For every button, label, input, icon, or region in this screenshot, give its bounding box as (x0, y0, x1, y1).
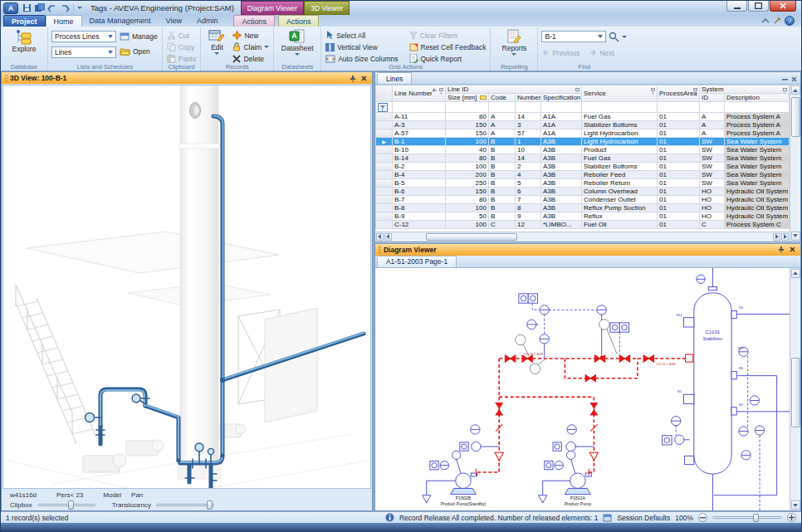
3d-viewport[interactable] (2, 85, 371, 489)
cell[interactable]: Sea Water System (724, 146, 789, 154)
cell[interactable]: 40 (445, 146, 488, 154)
highlighted-line-b1[interactable] (476, 359, 685, 472)
cell[interactable]: B-4 (392, 171, 445, 179)
pin-icon[interactable] (348, 74, 357, 83)
cell[interactable]: 80 (445, 196, 488, 204)
zoom-slider-thumb[interactable] (753, 514, 759, 522)
cell[interactable]: Fuel Gas (581, 113, 657, 121)
cell[interactable]: A (699, 121, 724, 129)
col-group-line-id[interactable]: Line ID (445, 85, 581, 94)
table-row[interactable]: A-57150A57A1ALight Hydrocarbon01AProcess… (375, 129, 789, 138)
cell[interactable]: 01 (657, 146, 699, 154)
cell[interactable]: 01 (657, 204, 699, 212)
filter-button[interactable] (378, 103, 388, 112)
hscroll-thumb[interactable] (426, 233, 517, 241)
cell[interactable]: SW (699, 138, 724, 146)
cell[interactable]: A3B (540, 196, 581, 204)
cell[interactable]: A (699, 113, 724, 121)
cell[interactable]: A (488, 113, 515, 121)
zoom-slider[interactable] (712, 516, 782, 519)
cell[interactable]: B (488, 138, 515, 146)
cell[interactable]: A-11 (392, 113, 445, 121)
cell[interactable]: 01 (657, 121, 699, 129)
reset-cell-feedback-button[interactable]: Reset Cell Feedback (408, 41, 487, 52)
row-header[interactable] (375, 113, 392, 121)
cell[interactable]: 1 (515, 138, 540, 146)
save-icon[interactable] (22, 3, 32, 13)
list-combo[interactable]: Lines (51, 46, 116, 58)
zoom-out-button[interactable] (698, 513, 707, 522)
clipbox-slider[interactable] (37, 504, 95, 506)
cell[interactable]: B-7 (392, 196, 445, 204)
cell[interactable]: 7 (515, 196, 540, 204)
cell[interactable]: Hydraulic Oil System (724, 196, 789, 204)
maximize-button[interactable] (748, 1, 769, 12)
scroll-up-icon[interactable] (791, 269, 800, 278)
highlighted-pipes[interactable] (86, 116, 364, 490)
cell[interactable]: 50 (445, 212, 488, 221)
cell[interactable]: 80 (445, 113, 488, 121)
table-row[interactable]: B-5250B5A3BReboiler Return01SWSea Water … (375, 179, 789, 188)
cell[interactable]: 01 (657, 196, 699, 204)
cell[interactable]: B-10 (392, 146, 445, 154)
cell[interactable]: 100 (445, 163, 488, 171)
cell[interactable]: 150 (445, 121, 488, 129)
cell[interactable]: 3 (515, 121, 540, 129)
cell[interactable]: Reboiler Return (581, 179, 657, 188)
cell[interactable]: Condenser Outlet (581, 196, 657, 204)
table-row[interactable]: B-4200B4A3BReboiler Feed01SWSea Water Sy… (375, 171, 789, 179)
cell[interactable]: 150 (445, 129, 488, 138)
find-input[interactable]: B-1 (541, 31, 606, 42)
row-header[interactable]: ▶ (375, 138, 392, 146)
list-type-combo[interactable]: Process Lines (51, 31, 116, 42)
cell[interactable]: B (488, 171, 515, 179)
col-size[interactable]: Size [mm] (445, 94, 488, 102)
scroll-down-icon[interactable] (791, 500, 800, 510)
cell[interactable]: B (488, 196, 515, 204)
table-row[interactable]: C-12100C12*LIMBO...Fuel Oil01CProcess Sy… (375, 221, 789, 229)
table-row[interactable]: B-780B7A3BCondenser Outlet01HOHydraulic … (375, 196, 789, 204)
explore-button[interactable]: Explore (4, 28, 44, 53)
cell[interactable]: 14 (515, 154, 540, 163)
row-header[interactable] (375, 163, 392, 171)
cell[interactable]: Hydraulic Oil System (724, 204, 789, 212)
cell[interactable]: A3B (540, 204, 581, 212)
cell[interactable]: B (488, 188, 515, 196)
row-header[interactable] (375, 204, 392, 212)
col-group-system[interactable]: System (699, 85, 789, 94)
cell[interactable]: A1A (540, 113, 581, 121)
table-row[interactable]: B-2100B2A3BStabilizer Bottoms01SWSea Wat… (375, 163, 789, 171)
cell[interactable]: 5 (515, 179, 540, 188)
filter-cell[interactable] (515, 102, 540, 113)
cell[interactable]: Sea Water System (724, 171, 789, 179)
col-number[interactable]: Number (515, 94, 540, 102)
row-header[interactable] (375, 212, 392, 221)
cell[interactable]: A-3 (392, 121, 445, 129)
translucency-slider[interactable] (156, 504, 214, 506)
edit-button[interactable]: Edit (204, 28, 229, 55)
cell[interactable]: 01 (657, 171, 699, 179)
tab-lines[interactable]: Lines (377, 72, 412, 84)
tab-data-management[interactable]: Data Management (82, 15, 159, 27)
vscroll-thumb[interactable] (791, 97, 800, 137)
diagram-vscrollbar[interactable] (790, 268, 800, 510)
row-header[interactable] (375, 188, 392, 196)
table-row[interactable]: B-8100B8A3BReflux Pump Suction01HOHydrau… (375, 204, 789, 212)
cell[interactable]: A3B (540, 179, 581, 188)
new-button[interactable]: New (232, 30, 270, 41)
cell[interactable]: 4 (515, 171, 540, 179)
cell[interactable]: A1A (540, 121, 581, 129)
col-line-number[interactable]: Line Number (392, 85, 445, 102)
cell[interactable]: Stabilizer Bottoms (581, 163, 657, 171)
contextual-header-diagram-viewer[interactable]: Diagram Viewer (241, 1, 304, 15)
cell[interactable]: SW (699, 179, 724, 188)
cell[interactable]: Product (581, 146, 657, 154)
cell[interactable]: Hydraulic Oil System (724, 188, 789, 196)
cell[interactable]: Reflux Pump Suction (581, 204, 657, 212)
cell[interactable]: B-8 (392, 204, 445, 212)
style-icon[interactable] (773, 17, 781, 25)
lines-vscrollbar[interactable] (790, 85, 800, 242)
filter-cell[interactable] (724, 102, 789, 113)
cell[interactable]: B-1 (392, 138, 445, 146)
cell[interactable]: B-5 (392, 179, 445, 188)
